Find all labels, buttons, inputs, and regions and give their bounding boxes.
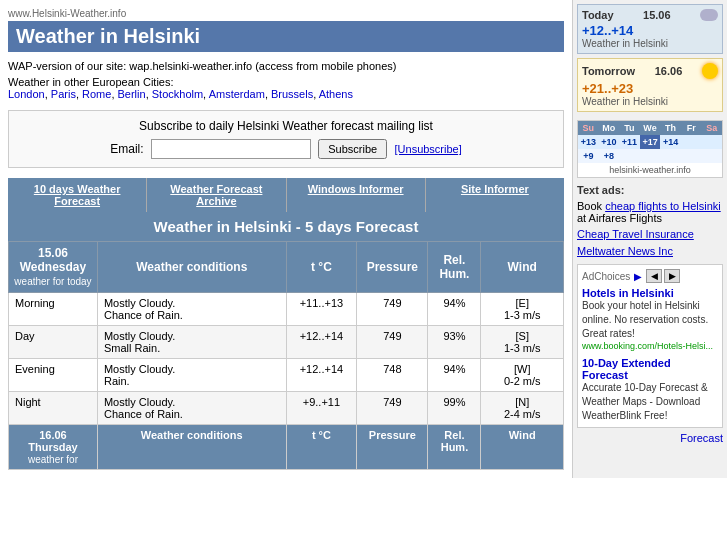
- main-layout: www.Helsinki-Weather.info Weather in Hel…: [0, 0, 727, 478]
- time-morning: Morning: [9, 293, 98, 326]
- ad-insurance-link[interactable]: Cheap Travel Insurance: [577, 228, 694, 240]
- cal-day-th: Th: [660, 121, 681, 135]
- right-sidebar: Today 15.06 +12..+14 Weather in Helsinki…: [572, 0, 727, 478]
- date-header-day2: 16.06Thursdayweather for: [9, 425, 98, 470]
- unsubscribe-link[interactable]: [Unsubscribe]: [395, 143, 462, 155]
- mini-cal-temps-row2: +9 +8: [578, 149, 722, 163]
- sun-icon-tomorrow: [702, 63, 718, 79]
- ad-triangle-icon: ▶: [634, 271, 642, 282]
- pressure-night: 749: [357, 392, 428, 425]
- wap-info: WAP-version of our site: wap.helsinki-we…: [8, 60, 564, 72]
- day2-header-row: 16.06Thursdayweather for Weather conditi…: [9, 425, 564, 470]
- subscribe-title: Subscribe to daily Helsinki Weather fore…: [17, 119, 555, 133]
- email-input[interactable]: [151, 139, 311, 159]
- wind-night: [N]2-4 m/s: [481, 392, 564, 425]
- text-ads-title: Text ads:: [577, 184, 723, 196]
- mini-cal-header: Su Mo Tu We Th Fr Sa: [578, 121, 722, 135]
- city-link-london[interactable]: London: [8, 88, 45, 100]
- day2-pressure-header: Pressure: [357, 425, 428, 470]
- humidity-night: 99%: [428, 392, 481, 425]
- page-title: Weather in Helsinki: [8, 21, 564, 52]
- ad-flights-before: Book: [577, 200, 605, 212]
- day2-humidity-header: Rel.Hum.: [428, 425, 481, 470]
- cal-temp-5: +14: [660, 135, 681, 149]
- ad-next-button[interactable]: ▶: [664, 269, 680, 283]
- table-row: Day Mostly Cloudy.Small Rain. +12..+14 7…: [9, 326, 564, 359]
- pressure-day: 749: [357, 326, 428, 359]
- other-cities: Weather in other European Cities: London…: [8, 76, 564, 100]
- today-date: 15.06: [643, 9, 671, 21]
- cal-day-sa: Sa: [701, 121, 722, 135]
- cal-temp2-6: [681, 149, 702, 163]
- city-link-athens[interactable]: Athens: [319, 88, 353, 100]
- city-link-amsterdam[interactable]: Amsterdam: [209, 88, 265, 100]
- cal-day-fr: Fr: [681, 121, 702, 135]
- today-label: Today: [582, 9, 614, 21]
- city-link-brussels[interactable]: Brussels: [271, 88, 313, 100]
- ad-choices-label: AdChoices: [582, 271, 630, 282]
- date-header-day1: 15.06Wednesdayweather for today: [9, 242, 98, 293]
- cal-day-mo: Mo: [599, 121, 620, 135]
- table-row: Evening Mostly Cloudy.Rain. +12..+14 748…: [9, 359, 564, 392]
- today-box: Today 15.06 +12..+14 Weather in Helsinki: [577, 4, 723, 54]
- cal-temp-4: +17: [640, 135, 661, 149]
- city-link-paris[interactable]: Paris: [51, 88, 76, 100]
- cal-day-su: Su: [578, 121, 599, 135]
- cal-temp-3: +11: [619, 135, 640, 149]
- today-weather: Weather in Helsinki: [582, 38, 718, 49]
- tab-site-informer[interactable]: Site Informer: [426, 178, 564, 212]
- cal-temp2-4: [640, 149, 661, 163]
- ad-flights-link[interactable]: cheap flights to Helsinki: [605, 200, 721, 212]
- ad-hotel-text: Book your hotel in Helsinki online. No r…: [582, 299, 718, 341]
- city-link-berlin[interactable]: Berlin: [118, 88, 146, 100]
- wind-evening: [W]0-2 m/s: [481, 359, 564, 392]
- today-header: Today 15.06: [582, 9, 718, 21]
- cal-day-tu: Tu: [619, 121, 640, 135]
- humidity-morning: 94%: [428, 293, 481, 326]
- mini-cal-temps-row1: +13 +10 +11 +17 +14: [578, 135, 722, 149]
- conditions-morning: Mostly Cloudy.Chance of Rain.: [97, 293, 286, 326]
- city-link-rome[interactable]: Rome: [82, 88, 111, 100]
- cal-temp-6: [681, 135, 702, 149]
- temp-night: +9..+11: [286, 392, 357, 425]
- site-url: www.Helsinki-Weather.info: [8, 8, 564, 19]
- city-link-stockholm[interactable]: Stockholm: [152, 88, 203, 100]
- tomorrow-date: 16.06: [655, 65, 683, 77]
- ad-forecast-title[interactable]: 10-Day Extended Forecast: [582, 357, 718, 381]
- cal-temp2-5: [660, 149, 681, 163]
- tab-windows-informer[interactable]: Windows Informer: [287, 178, 426, 212]
- ad-prev-button[interactable]: ◀: [646, 269, 662, 283]
- left-content: www.Helsinki-Weather.info Weather in Hel…: [0, 0, 572, 478]
- temp-morning: +11..+13: [286, 293, 357, 326]
- temp-day: +12..+14: [286, 326, 357, 359]
- cal-temp-2: +10: [599, 135, 620, 149]
- nav-tabs: 10 days Weather Forecast Weather Forecas…: [8, 178, 564, 212]
- header-wind: Wind: [481, 242, 564, 293]
- wind-morning: [E]1-3 m/s: [481, 293, 564, 326]
- ad-nav-buttons: ◀ ▶: [646, 269, 680, 283]
- conditions-evening: Mostly Cloudy.Rain.: [97, 359, 286, 392]
- conditions-night: Mostly Cloudy.Chance of Rain.: [97, 392, 286, 425]
- forecast-section-title: Weather in Helsinki - 5 days Forecast: [8, 212, 564, 241]
- pressure-morning: 749: [357, 293, 428, 326]
- ad-meltwater-link[interactable]: Meltwater News Inc: [577, 245, 673, 257]
- weather-table: 15.06Wednesdayweather for today Weather …: [8, 241, 564, 470]
- subscribe-button[interactable]: Subscribe: [318, 139, 387, 159]
- tab-10day-forecast[interactable]: 10 days Weather Forecast: [8, 178, 147, 212]
- ad-hotel-link[interactable]: www.booking.com/Hotels-Helsi...: [582, 341, 718, 351]
- other-cities-label: Weather in other European Cities:: [8, 76, 174, 88]
- header-conditions: Weather conditions: [97, 242, 286, 293]
- day2-wind-header: Wind: [481, 425, 564, 470]
- temp-evening: +12..+14: [286, 359, 357, 392]
- subscribe-box: Subscribe to daily Helsinki Weather fore…: [8, 110, 564, 168]
- tomorrow-label: Tomorrow: [582, 65, 635, 77]
- cal-temp2-7: [701, 149, 722, 163]
- ad-choices-header: AdChoices ▶ ◀ ▶: [582, 269, 718, 283]
- time-night: Night: [9, 392, 98, 425]
- time-evening: Evening: [9, 359, 98, 392]
- cal-site: helsinki-weather.info: [578, 163, 722, 177]
- ad-hotel-title[interactable]: Hotels in Helsinki: [582, 287, 718, 299]
- cloud-icon-today: [700, 9, 718, 21]
- tab-forecast-archive[interactable]: Weather Forecast Archive: [147, 178, 286, 212]
- table-row: Morning Mostly Cloudy.Chance of Rain. +1…: [9, 293, 564, 326]
